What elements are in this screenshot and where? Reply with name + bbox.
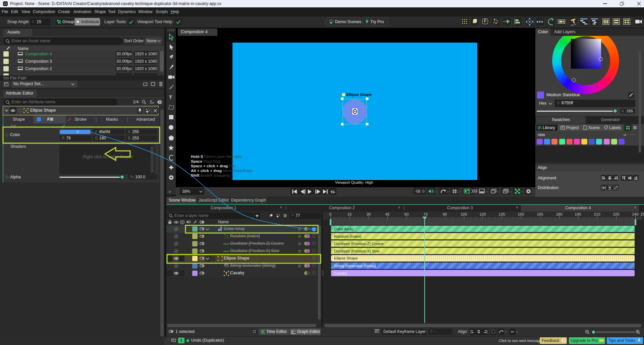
svg-text:T: T [225,272,228,276]
